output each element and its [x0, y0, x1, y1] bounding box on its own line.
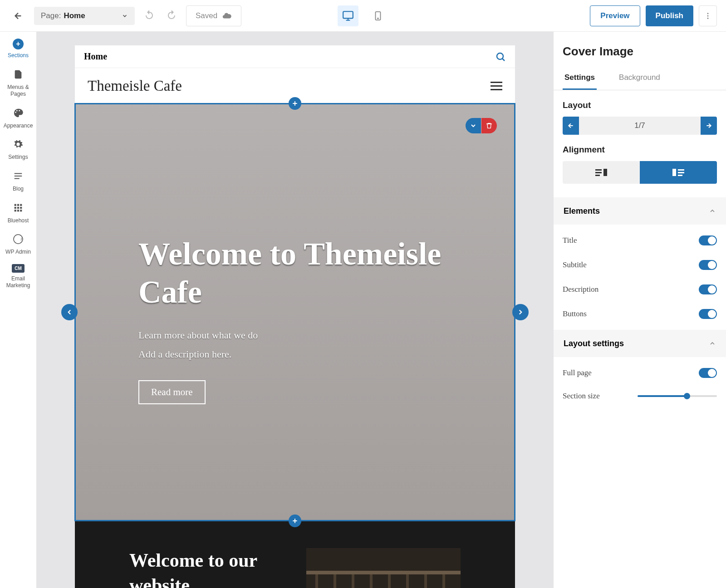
trash-icon: [486, 122, 493, 129]
alignment-switcher: [563, 161, 717, 184]
sidebar-item-wpadmin[interactable]: WP Admin: [5, 232, 31, 256]
sidebar-item-appearance[interactable]: Appearance: [4, 106, 33, 130]
redo-icon: [166, 10, 177, 20]
svg-rect-37: [406, 574, 409, 588]
chevron-left-icon: [65, 308, 74, 316]
page-titlebar: Home: [75, 45, 515, 68]
svg-rect-28: [98, 457, 188, 512]
page-selector[interactable]: Page: Home: [34, 7, 135, 25]
chevron-right-icon: [516, 308, 525, 316]
svg-rect-35: [370, 574, 373, 588]
svg-rect-33: [334, 574, 336, 588]
arrow-left-icon: [13, 11, 23, 21]
delete-section-button[interactable]: [481, 118, 497, 133]
sidebar-item-menus[interactable]: Menus & Pages: [0, 68, 36, 98]
svg-rect-47: [678, 175, 682, 176]
svg-rect-7: [17, 204, 19, 206]
svg-rect-34: [352, 574, 354, 588]
bluehost-icon: [11, 201, 25, 215]
layout-counter: 1/7: [579, 117, 701, 135]
add-section-above-button[interactable]: [289, 97, 301, 110]
svg-rect-32: [315, 574, 318, 588]
arrow-right-icon: [705, 122, 712, 129]
subtitle-toggle[interactable]: [699, 260, 717, 270]
next-section-image: [306, 548, 461, 588]
toggle-label: Subtitle: [563, 260, 587, 270]
sidebar-label: Blog: [13, 186, 24, 193]
layout-settings-label: Layout settings: [564, 339, 624, 348]
sidebar-label: Appearance: [4, 122, 33, 130]
section-options-button[interactable]: [466, 118, 481, 133]
align-left-button[interactable]: [640, 161, 717, 184]
prev-section-button[interactable]: [61, 304, 78, 320]
sidebar-item-blog[interactable]: Blog: [11, 169, 25, 193]
gear-icon: [11, 137, 25, 151]
cover-subtitle[interactable]: Learn more about what we do: [138, 329, 488, 341]
svg-marker-24: [315, 405, 365, 460]
sidebar-item-bluehost[interactable]: Bluehost: [8, 201, 29, 225]
cover-description[interactable]: Add a description here.: [138, 348, 488, 360]
tab-settings[interactable]: Settings: [563, 67, 597, 90]
align-right-button[interactable]: [563, 161, 640, 184]
cover-section[interactable]: Welcome to Themeisle Cafe Learn more abo…: [75, 103, 515, 521]
svg-rect-22: [402, 398, 465, 462]
left-sidebar: + Sections Menus & Pages Appearance Sett…: [0, 32, 36, 588]
slider-label: Section size: [563, 392, 600, 401]
full-page-toggle[interactable]: [699, 368, 717, 378]
save-status: Saved: [186, 5, 241, 26]
description-toggle[interactable]: [699, 284, 717, 294]
save-status-label: Saved: [196, 11, 217, 20]
hamburger-menu-button[interactable]: [491, 82, 502, 90]
toggle-label: Full page: [563, 368, 592, 377]
cm-badge-icon: CM: [12, 264, 25, 273]
svg-rect-21: [102, 421, 166, 485]
svg-rect-43: [603, 169, 607, 176]
svg-point-5: [707, 17, 709, 19]
sidebar-item-settings[interactable]: Settings: [8, 137, 28, 161]
svg-rect-39: [442, 574, 445, 588]
elements-accordion-header[interactable]: Elements: [554, 197, 726, 225]
add-section-below-button[interactable]: [289, 514, 301, 527]
sidebar-label: Menus & Pages: [0, 84, 36, 98]
layout-prev-button[interactable]: [563, 117, 579, 135]
toggle-label: Description: [563, 285, 598, 294]
cover-cta-button[interactable]: Read more: [138, 380, 206, 404]
svg-point-16: [497, 53, 503, 59]
layout-next-button[interactable]: [701, 117, 717, 135]
sidebar-item-email-marketing[interactable]: CM Email Marketing: [0, 264, 36, 289]
svg-rect-41: [595, 172, 602, 173]
svg-rect-31: [306, 571, 461, 574]
element-toggle-buttons: Buttons: [563, 302, 717, 326]
publish-button[interactable]: Publish: [646, 5, 693, 26]
search-icon[interactable]: [495, 51, 506, 62]
blog-icon: [11, 169, 25, 183]
mobile-viewport-button[interactable]: [368, 5, 388, 26]
more-menu-button[interactable]: [699, 5, 717, 26]
svg-rect-8: [20, 204, 22, 206]
undo-icon: [144, 10, 155, 20]
title-toggle[interactable]: [699, 235, 717, 245]
next-section-button[interactable]: [512, 304, 529, 320]
svg-rect-40: [595, 169, 602, 171]
desktop-viewport-button[interactable]: [338, 5, 358, 26]
sidebar-item-sections[interactable]: + Sections: [8, 39, 29, 59]
pages-icon: [11, 68, 25, 81]
svg-rect-6: [15, 204, 16, 206]
back-button[interactable]: [9, 7, 27, 25]
section-size-slider[interactable]: [638, 395, 717, 397]
svg-rect-38: [424, 574, 427, 588]
svg-rect-13: [17, 210, 19, 211]
panel-tabs: Settings Background: [554, 67, 726, 90]
preview-button[interactable]: Preview: [590, 5, 640, 26]
mobile-icon: [373, 11, 383, 21]
undo-button[interactable]: [144, 10, 155, 22]
desktop-icon: [342, 10, 354, 22]
buttons-toggle[interactable]: [699, 309, 717, 319]
layout-settings-accordion-header[interactable]: Layout settings: [554, 330, 726, 357]
redo-button[interactable]: [166, 10, 177, 22]
element-toggle-description: Description: [563, 277, 717, 302]
svg-point-4: [707, 15, 709, 16]
cover-title[interactable]: Welcome to Themeisle Cafe: [138, 235, 488, 311]
tab-background[interactable]: Background: [617, 67, 662, 90]
svg-rect-9: [15, 206, 16, 208]
